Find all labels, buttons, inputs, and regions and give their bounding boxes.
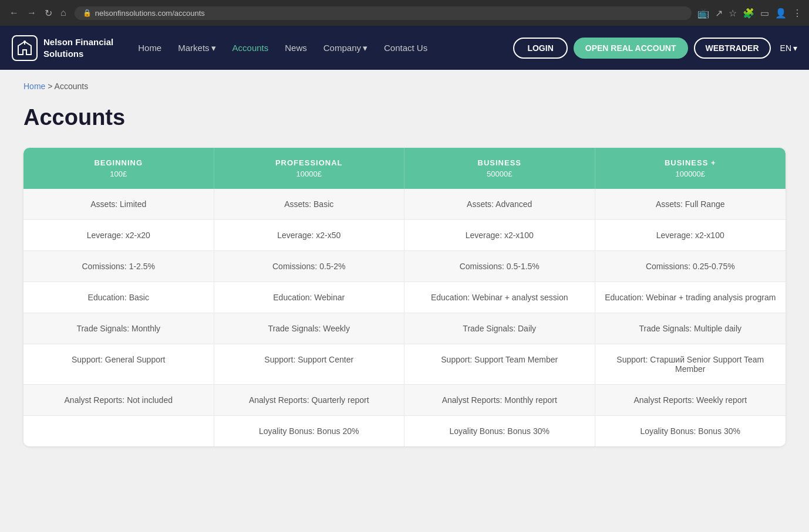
- svg-point-0: [23, 40, 26, 43]
- menu-icon: ⋮: [793, 8, 802, 19]
- plan-name-business: BUSINESS: [412, 158, 588, 167]
- login-button[interactable]: LOGIN: [513, 38, 567, 59]
- home-button[interactable]: ⌂: [58, 6, 69, 19]
- logo-icon: [12, 35, 38, 61]
- table-header: BEGINNING 100£ PROFESSIONAL 10000£ BUSIN…: [23, 148, 786, 189]
- nav-home[interactable]: Home: [131, 38, 168, 57]
- plan-name-professional: PROFESSIONAL: [221, 158, 397, 167]
- cell-4-0: Trade Signals: Monthly: [23, 313, 214, 344]
- cell-3-1: Education: Webinar: [214, 282, 405, 313]
- table-row: Support: General Support Support: Suppor…: [23, 344, 786, 385]
- breadcrumb: Home > Accounts: [23, 82, 786, 91]
- cast-icon: 📺: [697, 8, 709, 19]
- open-real-account-button[interactable]: OPEN REAL ACCOUNT: [574, 38, 688, 59]
- chevron-down-icon-company: ▾: [363, 43, 368, 53]
- cell-2-0: Comissions: 1-2.5%: [23, 251, 214, 282]
- cell-6-2: Analyst Reports: Monthly report: [404, 385, 595, 415]
- table-row: Analyst Reports: Not included Analyst Re…: [23, 385, 786, 416]
- chevron-down-icon-lang: ▾: [793, 43, 797, 53]
- refresh-button[interactable]: ↻: [42, 6, 55, 20]
- header-professional: PROFESSIONAL 10000£: [214, 148, 405, 189]
- nav-actions: LOGIN OPEN REAL ACCOUNT WEBTRADER EN ▾: [513, 38, 797, 59]
- cell-5-1: Support: Support Center: [214, 344, 405, 384]
- chevron-down-icon: ▾: [211, 43, 216, 53]
- language-selector[interactable]: EN ▾: [780, 43, 797, 53]
- url-text: nelsonfinsolutions.com/accounts: [95, 9, 205, 18]
- cell-2-2: Comissions: 0.5-1.5%: [404, 251, 595, 282]
- plan-amount-business-plus: 100000£: [602, 170, 779, 178]
- nav-company[interactable]: Company ▾: [316, 38, 375, 58]
- table-row: Assets: Limited Assets: Basic Assets: Ad…: [23, 189, 786, 220]
- cell-3-0: Education: Basic: [23, 282, 214, 313]
- logo-text: Nelson FinancialSolutions: [43, 36, 113, 59]
- cell-7-0: [23, 416, 214, 446]
- bookmark-icon: ☆: [729, 8, 737, 19]
- plan-amount-professional: 10000£: [221, 170, 397, 178]
- cell-6-0: Analyst Reports: Not included: [23, 385, 214, 415]
- cell-7-2: Loyality Bonus: Bonus 30%: [404, 416, 595, 446]
- plan-name-business-plus: BUSINESS +: [602, 158, 779, 167]
- nav-markets[interactable]: Markets ▾: [171, 38, 223, 58]
- table-row: Trade Signals: Monthly Trade Signals: We…: [23, 313, 786, 344]
- lock-icon: 🔒: [83, 9, 92, 17]
- nav-contact-us[interactable]: Contact Us: [377, 38, 434, 57]
- browser-nav-buttons: ← → ↻ ⌂: [7, 6, 69, 20]
- header-business: BUSINESS 50000£: [404, 148, 595, 189]
- cell-7-1: Loyality Bonus: Bonus 20%: [214, 416, 405, 446]
- table-row: Loyality Bonus: Bonus 20% Loyality Bonus…: [23, 416, 786, 446]
- share-icon: ↗: [715, 8, 723, 19]
- table-row: Comissions: 1-2.5% Comissions: 0.5-2% Co…: [23, 251, 786, 282]
- cell-7-3: Loyality Bonus: Bonus 30%: [595, 416, 786, 446]
- cell-1-1: Leverage: x2-x50: [214, 220, 405, 250]
- cell-4-3: Trade Signals: Multiple daily: [595, 313, 786, 344]
- breadcrumb-separator: > Accounts: [48, 82, 88, 91]
- table-row: Education: Basic Education: Webinar Educ…: [23, 282, 786, 313]
- header-business-plus: BUSINESS + 100000£: [595, 148, 786, 189]
- cell-3-3: Education: Webinar + trading analysis pr…: [595, 282, 786, 313]
- nav-accounts[interactable]: Accounts: [225, 38, 276, 57]
- cell-1-0: Leverage: x2-x20: [23, 220, 214, 250]
- table-row: Leverage: x2-x20 Leverage: x2-x50 Levera…: [23, 220, 786, 251]
- breadcrumb-home-link[interactable]: Home: [23, 82, 45, 91]
- plan-amount-beginning: 100£: [31, 170, 207, 178]
- webtrader-button[interactable]: WEBTRADER: [694, 38, 771, 59]
- cell-0-1: Assets: Basic: [214, 189, 405, 219]
- cell-2-1: Comissions: 0.5-2%: [214, 251, 405, 282]
- page-content: Home > Accounts Accounts BEGINNING 100£ …: [0, 70, 809, 532]
- cell-4-1: Trade Signals: Weekly: [214, 313, 405, 344]
- page-title: Accounts: [23, 105, 786, 130]
- cell-0-2: Assets: Advanced: [404, 189, 595, 219]
- cell-4-2: Trade Signals: Daily: [404, 313, 595, 344]
- extensions-icon: 🧩: [743, 8, 754, 19]
- plan-amount-business: 50000£: [412, 170, 588, 178]
- cell-2-3: Comissions: 0.25-0.75%: [595, 251, 786, 282]
- header-beginning: BEGINNING 100£: [23, 148, 214, 189]
- cell-0-0: Assets: Limited: [23, 189, 214, 219]
- main-nav: Home Markets ▾ Accounts News Company ▾ C…: [131, 38, 513, 58]
- cell-6-3: Analyst Reports: Weekly report: [595, 385, 786, 415]
- cell-6-1: Analyst Reports: Quarterly report: [214, 385, 405, 415]
- cell-3-2: Education: Webinar + analyst session: [404, 282, 595, 313]
- browser-chrome: ← → ↻ ⌂ 🔒 nelsonfinsolutions.com/account…: [0, 0, 809, 26]
- nav-news[interactable]: News: [278, 38, 314, 57]
- cell-1-2: Leverage: x2-x100: [404, 220, 595, 250]
- address-bar[interactable]: 🔒 nelsonfinsolutions.com/accounts: [75, 6, 692, 20]
- cell-5-3: Support: Старший Senior Support Team Mem…: [595, 344, 786, 384]
- browser-actions: 📺 ↗ ☆ 🧩 ▭ 👤 ⋮: [697, 8, 802, 19]
- cell-5-2: Support: Support Team Member: [404, 344, 595, 384]
- accounts-table: BEGINNING 100£ PROFESSIONAL 10000£ BUSIN…: [23, 148, 786, 446]
- cell-0-3: Assets: Full Range: [595, 189, 786, 219]
- logo-link[interactable]: Nelson FinancialSolutions: [12, 35, 113, 61]
- back-button[interactable]: ←: [7, 6, 21, 19]
- cell-5-0: Support: General Support: [23, 344, 214, 384]
- forward-button[interactable]: →: [25, 6, 39, 19]
- cell-1-3: Leverage: x2-x100: [595, 220, 786, 250]
- profile-icon: 👤: [775, 8, 787, 19]
- plan-name-beginning: BEGINNING: [31, 158, 207, 167]
- window-icon: ▭: [760, 8, 769, 19]
- top-nav: Nelson FinancialSolutions Home Markets ▾…: [0, 26, 809, 70]
